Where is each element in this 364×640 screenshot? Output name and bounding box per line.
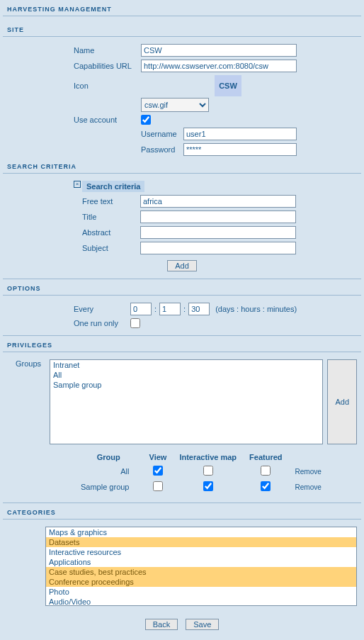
categories-header: CATEGORIES <box>3 506 361 520</box>
subject-label: Subject <box>82 244 140 252</box>
list-item[interactable]: Intranet <box>50 360 322 370</box>
hours-input[interactable] <box>159 303 181 315</box>
list-item[interactable]: Interactive resources <box>46 547 356 557</box>
table-row: All Remove <box>75 464 327 478</box>
close-icon[interactable]: × <box>74 181 81 188</box>
time-hint: (days : hours : minutes) <box>215 305 297 313</box>
list-item[interactable]: Maps & graphics <box>46 527 356 537</box>
list-item[interactable]: Photo <box>46 587 356 597</box>
list-item[interactable]: Sample group <box>50 380 322 390</box>
username-input[interactable] <box>183 128 297 140</box>
groups-listbox[interactable]: Intranet All Sample group <box>50 359 323 444</box>
name-label: Name <box>74 46 141 55</box>
use-account-label: Use account <box>74 116 141 124</box>
capabilities-label: Capabilities URL <box>74 62 141 70</box>
title-input[interactable] <box>140 210 296 223</box>
search-header: SEARCH CRITERIA <box>3 160 361 174</box>
table-row: Sample group Remove <box>75 480 327 494</box>
list-item[interactable]: All <box>50 370 322 380</box>
one-run-checkbox[interactable] <box>130 318 140 328</box>
remove-link[interactable]: Remove <box>295 483 322 491</box>
list-item[interactable]: Applications <box>46 557 356 567</box>
categories-listbox[interactable]: Maps & graphicsDatasetsInteractive resou… <box>45 527 357 606</box>
privileges-table: Group View Interactive map Featured All … <box>74 450 329 495</box>
page-title: HARVESTING MANAGEMENT <box>3 3 361 16</box>
username-label: Username <box>141 130 183 138</box>
featured-checkbox[interactable] <box>261 481 271 491</box>
options-header: OPTIONS <box>3 282 361 296</box>
col-view: View <box>144 451 173 463</box>
privileges-header: PRIVILEGES <box>3 339 361 352</box>
criteria-title: Search criteria <box>82 181 144 192</box>
site-header: SITE <box>3 23 361 37</box>
abstract-input[interactable] <box>140 226 296 239</box>
subject-input[interactable] <box>140 242 296 254</box>
days-input[interactable] <box>130 303 152 315</box>
every-label: Every <box>74 305 130 313</box>
row-name: Sample group <box>75 480 142 494</box>
colon2: : <box>181 305 188 313</box>
freetext-label: Free text <box>82 197 140 206</box>
add-group-button[interactable]: Add <box>327 359 357 444</box>
icon-select[interactable]: csw.gif <box>141 98 209 112</box>
name-input[interactable] <box>141 44 297 57</box>
row-name: All <box>75 464 142 478</box>
col-imap: Interactive map <box>174 451 242 463</box>
view-checkbox[interactable] <box>153 466 163 476</box>
abstract-label: Abstract <box>82 228 140 237</box>
add-criteria-button[interactable]: Add <box>167 260 197 271</box>
list-item[interactable]: Conference proceedings <box>46 577 356 587</box>
colon1: : <box>152 305 159 313</box>
back-button[interactable]: Back <box>145 619 178 630</box>
save-button[interactable]: Save <box>186 619 219 630</box>
groups-label: Groups <box>16 359 45 444</box>
view-checkbox[interactable] <box>153 481 163 491</box>
remove-link[interactable]: Remove <box>295 468 322 476</box>
list-item[interactable]: Datasets <box>46 537 356 547</box>
use-account-checkbox[interactable] <box>141 115 151 125</box>
password-input[interactable] <box>183 143 297 156</box>
freetext-input[interactable] <box>140 195 296 208</box>
col-group: Group <box>75 451 142 463</box>
password-label: Password <box>141 145 183 154</box>
one-run-label: One run only <box>74 319 130 327</box>
capabilities-input[interactable] <box>141 60 297 72</box>
list-item[interactable]: Audio/Video <box>46 597 356 606</box>
imap-checkbox[interactable] <box>203 481 213 491</box>
imap-checkbox[interactable] <box>203 466 213 476</box>
csw-icon: CSW <box>215 75 241 96</box>
list-item[interactable]: Case studies, best practices <box>46 567 356 577</box>
icon-label: Icon <box>74 82 141 90</box>
title-label: Title <box>82 213 140 221</box>
featured-checkbox[interactable] <box>261 466 271 476</box>
col-featured: Featured <box>244 451 288 463</box>
minutes-input[interactable] <box>188 303 210 315</box>
